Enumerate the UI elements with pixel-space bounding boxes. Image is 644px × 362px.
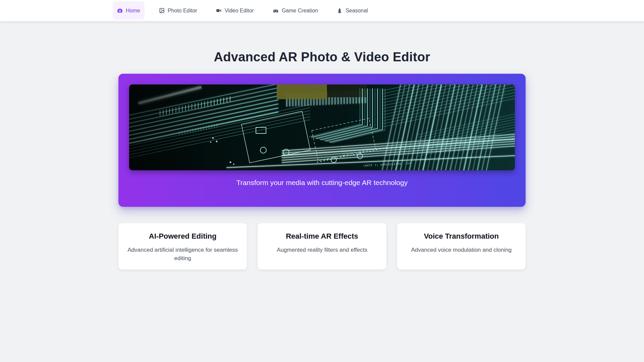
nav-tab-game-creation[interactable]: Game Creation	[268, 1, 323, 20]
nav-tab-photo-editor[interactable]: Photo Editor	[155, 1, 202, 20]
feature-card-description: Advanced voice modulation and cloning	[406, 246, 517, 254]
circuit-board-image: (NOTE 1) UNREGULATED -15V	[129, 84, 515, 170]
feature-card-voice: Voice Transformation Advanced voice modu…	[397, 223, 526, 269]
nav-tab-video-editor[interactable]: Video Editor	[212, 1, 258, 20]
gamepad-icon	[273, 8, 279, 14]
video-camera-icon	[216, 8, 222, 13]
nav-tab-label: Home	[126, 8, 140, 14]
photo-icon	[159, 8, 165, 13]
feature-card-title: Voice Transformation	[406, 232, 517, 241]
feature-card-title: AI-Powered Editing	[127, 232, 238, 241]
page-title: Advanced AR Photo & Video Editor	[0, 50, 644, 64]
feature-card-ai-editing: AI-Powered Editing Advanced artificial i…	[118, 223, 247, 269]
feature-card-ar-effects: Real-time AR Effects Augmented reality f…	[258, 223, 386, 269]
pine-tree-icon	[337, 8, 342, 13]
nav-tab-home[interactable]: Home	[113, 1, 145, 20]
circuit-board-art: (NOTE 1) UNREGULATED -15V	[129, 84, 515, 170]
nav-tab-label: Video Editor	[225, 8, 254, 14]
feature-card-description: Advanced artificial intelligence for sea…	[127, 246, 238, 262]
camera-icon	[117, 8, 123, 13]
hero-banner: (NOTE 1) UNREGULATED -15V Transform your…	[118, 74, 526, 207]
top-navigation: Home Photo Editor Video Editor	[0, 0, 644, 21]
feature-card-title: Real-time AR Effects	[266, 232, 377, 241]
nav-tab-label: Photo Editor	[168, 8, 197, 14]
main-content: Advanced AR Photo & Video Editor	[0, 50, 644, 269]
hero-caption: Transform your media with cutting-edge A…	[129, 179, 515, 187]
nav-tab-label: Game Creation	[282, 8, 318, 14]
nav-items-row: Home Photo Editor Video Editor	[113, 0, 531, 21]
feature-cards: AI-Powered Editing Advanced artificial i…	[118, 223, 526, 269]
nav-tab-seasonal[interactable]: Seasonal	[332, 1, 372, 20]
nav-tab-label: Seasonal	[345, 8, 368, 14]
feature-card-description: Augmented reality filters and effects	[266, 246, 377, 254]
